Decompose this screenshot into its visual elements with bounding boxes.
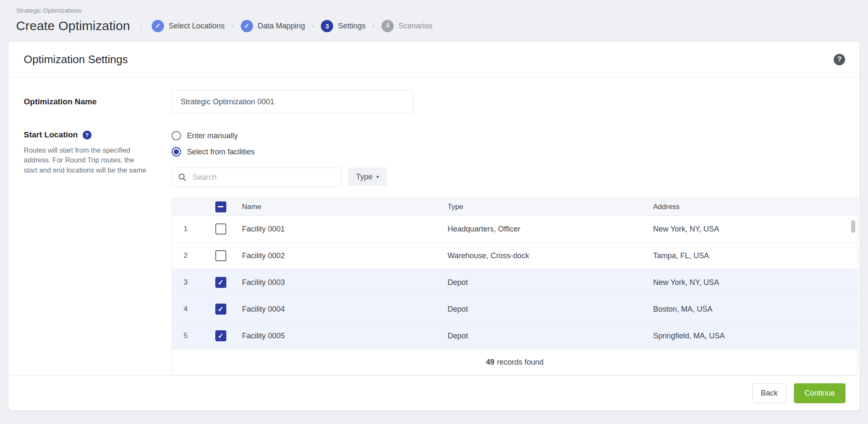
chevron-right-icon: › xyxy=(312,22,314,30)
cell-address: Springfield, MA, USA xyxy=(653,332,857,340)
cell-name: Facility 0003 xyxy=(242,278,448,287)
row-index: 4 xyxy=(172,305,199,313)
column-header-name: Name xyxy=(242,203,448,211)
panel-title: Optimization Settings xyxy=(24,53,128,66)
table-header-row: Name Type Address xyxy=(172,198,857,216)
cell-address: Boston, MA, USA xyxy=(653,305,857,314)
cell-type: Depot xyxy=(448,278,653,287)
start-location-label: Start Location xyxy=(24,130,78,139)
continue-button[interactable]: Continue xyxy=(794,383,846,403)
step-settings[interactable]: 3 Settings xyxy=(321,20,365,32)
column-header-address: Address xyxy=(653,203,857,211)
cell-name: Facility 0002 xyxy=(242,251,448,260)
check-circle-icon: ✓ xyxy=(241,20,253,32)
optimization-name-label: Optimization Name xyxy=(24,90,172,113)
help-icon[interactable]: ? xyxy=(83,131,92,139)
settings-card: Optimization Settings ? Optimization Nam… xyxy=(8,42,860,410)
help-icon[interactable]: ? xyxy=(834,54,845,65)
cell-type: Depot xyxy=(448,332,653,340)
cell-address: New York, NY, USA xyxy=(653,278,857,287)
start-location-description: Routes will start from the specified add… xyxy=(24,145,149,175)
cell-address: Tampa, FL, USA xyxy=(653,251,857,260)
facilities-rows: 1Facility 0001Headquarters, OfficerNew Y… xyxy=(172,216,857,349)
radio-select-from-facilities[interactable]: Select from facilities xyxy=(172,147,858,156)
optimization-name-input[interactable] xyxy=(172,90,413,113)
chevron-right-icon: › xyxy=(372,22,375,30)
back-button[interactable]: Back xyxy=(752,383,786,403)
cell-name: Facility 0001 xyxy=(242,225,448,234)
table-row: 1Facility 0001Headquarters, OfficerNew Y… xyxy=(172,216,857,243)
records-label: records found xyxy=(497,358,543,367)
table-row: 4✓Facility 0004DepotBoston, MA, USA xyxy=(172,296,857,323)
page-title: Create Optimization xyxy=(16,19,130,33)
search-icon xyxy=(178,173,186,181)
cell-name: Facility 0004 xyxy=(242,305,448,314)
row-index: 2 xyxy=(172,251,199,260)
table-scrollbar[interactable] xyxy=(851,220,855,233)
wizard-stepper: ✓ Select Locations › ✓ Data Mapping › 3 … xyxy=(152,20,432,32)
radio-icon xyxy=(172,147,181,156)
table-row: 5✓Facility 0005DepotSpringfield, MA, USA xyxy=(172,323,857,349)
select-all-checkbox[interactable] xyxy=(215,201,226,212)
card-body: Optimization Name Start Location ? Route… xyxy=(8,78,860,375)
records-found: 49 records found xyxy=(172,349,857,375)
breadcrumb: Strategic Optimizations xyxy=(16,7,852,14)
facilities-table: Name Type Address 1Facility 0001Headquar… xyxy=(172,198,858,375)
cell-name: Facility 0005 xyxy=(242,332,448,340)
radio-enter-manually[interactable]: Enter manually xyxy=(172,131,858,140)
card-header: Optimization Settings ? xyxy=(8,42,860,78)
table-row: 2Facility 0002Warehouse, Cross-dockTampa… xyxy=(172,243,857,269)
row-checkbox[interactable]: ✓ xyxy=(215,330,226,341)
row-index: 3 xyxy=(172,278,199,287)
table-body: 1Facility 0001Headquarters, OfficerNew Y… xyxy=(172,216,857,349)
step-data-mapping[interactable]: ✓ Data Mapping xyxy=(241,20,305,32)
chevron-right-icon: › xyxy=(231,22,234,30)
cell-type: Warehouse, Cross-dock xyxy=(448,251,653,260)
cell-type: Headquarters, Officer xyxy=(448,225,653,234)
cell-type: Depot xyxy=(448,305,653,314)
caret-down-icon: ▾ xyxy=(376,174,379,180)
row-checkbox[interactable]: ✓ xyxy=(215,277,226,288)
step-number-icon: 4 xyxy=(381,20,394,32)
step-select-locations[interactable]: ✓ Select Locations xyxy=(152,20,225,32)
check-circle-icon: ✓ xyxy=(152,20,164,32)
card-footer: Back Continue xyxy=(8,375,860,410)
column-header-type: Type xyxy=(448,203,653,211)
start-location-radio-group: Enter manually Select from facilities xyxy=(172,130,858,156)
step-scenarios[interactable]: 4 Scenarios xyxy=(381,20,432,32)
row-index: 1 xyxy=(172,225,199,233)
type-filter-button[interactable]: Type ▾ xyxy=(348,167,387,186)
row-checkbox[interactable]: ✓ xyxy=(215,304,226,315)
title-divider xyxy=(141,20,142,32)
table-row: 3✓Facility 0003DepotNew York, NY, USA xyxy=(172,269,857,296)
records-count: 49 xyxy=(486,358,494,367)
radio-icon xyxy=(172,131,181,140)
row-index: 5 xyxy=(172,332,199,340)
page-header: Strategic Optimizations Create Optimizat… xyxy=(0,0,868,36)
facility-search xyxy=(172,167,341,187)
cell-address: New York, NY, USA xyxy=(653,225,857,234)
search-input[interactable] xyxy=(192,173,335,182)
step-number-icon: 3 xyxy=(321,20,333,32)
row-checkbox[interactable] xyxy=(215,250,226,261)
row-checkbox[interactable] xyxy=(215,223,226,234)
